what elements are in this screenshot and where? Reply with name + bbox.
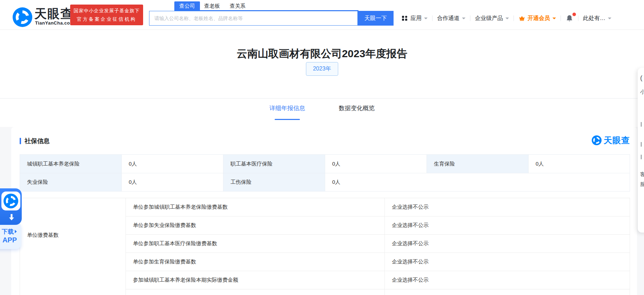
search-tab-relation[interactable]: 查关系: [230, 3, 246, 9]
base-value: 企业选择不公示: [385, 253, 630, 271]
table-row: 单位参加生育保险缴费基数 企业选择不公示: [126, 253, 630, 271]
brand-name[interactable]: 天眼查: [34, 6, 73, 22]
nav-more-label: 此处有…: [583, 15, 605, 22]
base-item: 参加城镇职工基本养老保险本期实际缴费金额: [126, 271, 385, 289]
toolbar-partial-glyph: 客: [640, 171, 644, 178]
year-badge[interactable]: 2023年: [306, 62, 338, 76]
insurance-label: 生育保险: [427, 155, 529, 173]
table-row: 城镇职工基本养老保险 0人 职工基本医疗保险 0人 生育保险 0人: [20, 155, 630, 173]
section-accent-bar: [20, 138, 21, 144]
nav-divider: [432, 15, 432, 21]
insurance-label: 工伤保险: [223, 173, 325, 191]
nav-enterprise-label: 企业级产品: [475, 15, 503, 22]
insurance-label: 职工基本医疗保险: [223, 155, 325, 173]
header-nav: 应用 合作通道 企业级产品 开通会员: [402, 11, 611, 26]
toolbar-partial-glyph: 小: [640, 89, 644, 95]
watermark-text: 天眼查: [604, 135, 630, 146]
insurance-label: 失业保险: [20, 173, 122, 191]
table-row: 单位参加职工基本医疗保险缴费基数 企业选择不公示: [126, 235, 630, 253]
tianyancha-annual-report-page: 天眼查 TianYanCha.com 国家中小企业发展子基金旗下 官方备案企业征…: [0, 0, 644, 295]
chevron-down-icon: [505, 18, 509, 19]
page-title: 云南山取画材有限公司2023年度报告: [0, 47, 644, 61]
right-floating-toolbar[interactable]: ( 小 客 服: [638, 68, 644, 233]
base-item: 单位参加职工基本医疗保险缴费基数: [126, 235, 385, 253]
top-header: 天眼查 TianYanCha.com 国家中小企业发展子基金旗下 官方备案企业征…: [0, 0, 644, 30]
watermark: 天眼查: [592, 135, 630, 146]
divider: [0, 98, 644, 99]
table-row: 单位参加城镇职工基本养老保险缴费基数 企业选择不公示: [126, 198, 630, 216]
insurance-counts-table: 城镇职工基本养老保险 0人 职工基本医疗保险 0人 生育保险 0人 失业保险 0…: [20, 154, 630, 192]
gov-badge-line2: 官方备案企业征信机构: [70, 15, 143, 24]
table-row: 失业保险 0人 工伤保险 0人: [20, 173, 630, 191]
toolbar-partial-glyph: 服: [640, 181, 644, 188]
watermark-logo-icon: [592, 135, 602, 145]
social-security-card: 社保信息 天眼查 城镇职工基本养老保险 0人 职工基本医疗保险 0人 生育: [11, 127, 637, 295]
brand-domain: TianYanCha.com: [35, 20, 74, 26]
triangle-right-icon: [15, 230, 17, 233]
nav-enterprise[interactable]: 企业级产品: [475, 15, 509, 22]
search-tab-company[interactable]: 查公司: [174, 1, 200, 11]
app-text: APP: [2, 236, 17, 244]
chevron-down-icon: [552, 18, 556, 19]
toolbar-partial-mark: [641, 155, 642, 159]
insurance-label: 城镇职工基本养老保险: [20, 155, 122, 173]
nav-divider: [470, 15, 470, 21]
search-button[interactable]: 天眼一下: [358, 11, 394, 26]
gov-certification-badge: 国家中小企业发展子基金旗下 官方备案企业征信机构: [70, 5, 143, 25]
group-label: 单位缴费基数: [20, 198, 126, 295]
nav-divider: [561, 15, 561, 21]
report-tabs: 详细年报信息 数据变化概览: [0, 104, 644, 120]
search-tab-boss[interactable]: 查老板: [204, 3, 220, 9]
table-row: 参加城镇职工基本养老保险本期实际缴费金额 企业选择不公示: [126, 271, 630, 289]
tab-detail-report[interactable]: 详细年报信息: [269, 104, 305, 120]
toolbar-partial-mark: [641, 122, 642, 127]
base-item: [126, 289, 385, 295]
chevron-down-icon: [608, 18, 611, 19]
nav-cooperation[interactable]: 合作通道: [437, 15, 465, 22]
nav-apps[interactable]: 应用: [402, 15, 428, 22]
bell-icon: [565, 14, 573, 22]
nav-divider: [514, 15, 514, 21]
nav-apps-label: 应用: [410, 15, 422, 22]
notifications-bell[interactable]: [565, 14, 573, 22]
base-value: 企业选择不公示: [385, 271, 630, 289]
notification-dot: [572, 13, 576, 16]
insurance-value: 0人: [325, 155, 427, 173]
base-value: 企业选择不公示: [385, 235, 630, 253]
table-row: 单位参加失业保险缴费基数 企业选择不公示: [126, 216, 630, 235]
insurance-value: 0人: [325, 173, 630, 191]
crown-icon: [518, 15, 525, 22]
apps-grid-icon: [402, 15, 408, 21]
search-input[interactable]: [149, 11, 358, 26]
base-item: 单位参加城镇职工基本养老保险缴费基数: [126, 198, 385, 216]
gov-badge-line1: 国家中小企业发展子基金旗下: [70, 6, 143, 15]
tianyancha-logo-icon[interactable]: [13, 7, 32, 27]
download-app-label[interactable]: 下载 APP: [0, 222, 21, 249]
toolbar-partial-glyph: (: [640, 74, 642, 82]
base-value: 企业选择不公示: [385, 198, 630, 216]
download-arrow-icon: [7, 212, 16, 222]
base-value: 企业选择不公示: [385, 216, 630, 234]
insurance-value: 0人: [529, 155, 630, 173]
toolbar-partial-mark: [641, 142, 642, 147]
table-row-partial: [126, 289, 630, 295]
nav-vip[interactable]: 开通会员: [518, 15, 556, 22]
nav-vip-label: 开通会员: [528, 15, 550, 22]
tab-data-overview[interactable]: 数据变化概览: [339, 104, 375, 120]
chevron-down-icon: [424, 18, 428, 19]
base-item: 单位参加失业保险缴费基数: [126, 216, 385, 234]
insurance-value: 0人: [122, 155, 223, 173]
download-text: 下载: [2, 228, 14, 236]
base-item: 单位参加生育保险缴费基数: [126, 253, 385, 271]
section-title: 社保信息: [25, 137, 50, 145]
app-icon: [1, 192, 20, 210]
nav-cooperation-label: 合作通道: [437, 15, 459, 22]
app-download-widget[interactable]: [0, 188, 22, 225]
contribution-base-table: 单位缴费基数 单位参加城镇职工基本养老保险缴费基数 企业选择不公示 单位参加失业…: [20, 198, 630, 295]
nav-divider: [578, 15, 578, 21]
section-header: 社保信息: [20, 137, 50, 145]
base-value: [385, 289, 630, 295]
chevron-down-icon: [462, 18, 465, 19]
insurance-value: 0人: [122, 173, 223, 191]
nav-more[interactable]: 此处有…: [583, 15, 611, 22]
